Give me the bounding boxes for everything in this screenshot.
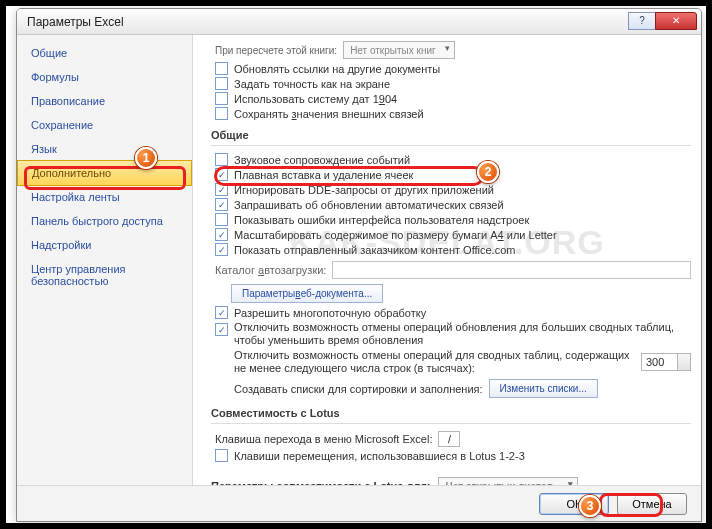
chk-addin-ui-errors[interactable]	[215, 213, 228, 226]
autoload-label: Каталог автозагрузки:	[215, 264, 326, 276]
titlebar: Параметры Excel ? ✕	[17, 9, 701, 35]
cancel-button[interactable]: Отмена	[617, 493, 687, 515]
window-buttons: ? ✕	[629, 12, 697, 32]
callout-1: 1	[135, 147, 157, 169]
lotus-sheet-dropdown[interactable]: Нет открытых листов	[438, 477, 578, 485]
options-content: KAK-SDELAT.ORG При пересчете этой книги:…	[193, 35, 701, 485]
sidebar-item-addins[interactable]: Надстройки	[17, 233, 192, 257]
recalc-book-dropdown[interactable]: Нет открытых книг	[343, 41, 455, 59]
section-lotus-compat: Параметры совместимости с Lotus для: Нет…	[211, 471, 691, 485]
chk-scale-a4[interactable]	[215, 228, 228, 241]
close-button[interactable]: ✕	[655, 12, 697, 30]
chk-1904-date[interactable]	[215, 92, 228, 105]
lotus-menu-key-label: Клавиша перехода в меню Microsoft Excel:	[215, 433, 432, 445]
chk-save-external[interactable]	[215, 107, 228, 120]
excel-options-dialog: Параметры Excel ? ✕ Общие Формулы Правоп…	[16, 8, 702, 522]
chk-sound[interactable]	[215, 153, 228, 166]
callout-3: 3	[579, 495, 601, 517]
sidebar-item-proofing[interactable]: Правописание	[17, 89, 192, 113]
web-doc-params-button[interactable]: Параметры веб-документа...	[231, 284, 383, 303]
window-title: Параметры Excel	[27, 15, 124, 29]
chk-ask-update-links[interactable]	[215, 198, 228, 211]
sidebar-item-formulas[interactable]: Формулы	[17, 65, 192, 89]
autoload-path-input[interactable]	[332, 261, 691, 279]
chk-ignore-dde[interactable]	[215, 183, 228, 196]
recalc-book-strip: При пересчете этой книги: Нет открытых к…	[211, 41, 691, 61]
chk-update-links[interactable]	[215, 62, 228, 75]
callout-2: 2	[477, 161, 499, 183]
sidebar-item-language[interactable]: Язык	[17, 137, 192, 161]
sidebar-item-trust-center[interactable]: Центр управления безопасностью	[17, 257, 192, 293]
chk-lotus-transition-nav[interactable]	[215, 449, 228, 462]
sidebar-item-advanced[interactable]: Дополнительно	[17, 160, 192, 186]
chk-disable-undo-large-pivot[interactable]	[215, 323, 228, 336]
edit-lists-button[interactable]: Изменить списки...	[489, 379, 598, 398]
sidebar-item-general[interactable]: Общие	[17, 41, 192, 65]
chk-office-content[interactable]	[215, 243, 228, 256]
custom-lists-label: Создавать списки для сортировки и заполн…	[234, 383, 483, 395]
chk-precision-displayed[interactable]	[215, 77, 228, 90]
sidebar-item-qat[interactable]: Панель быстрого доступа	[17, 209, 192, 233]
help-button[interactable]: ?	[628, 12, 656, 30]
section-lotus: Совместимость с Lotus	[211, 399, 691, 424]
sidebar-item-save[interactable]: Сохранение	[17, 113, 192, 137]
pivot-rows-spin[interactable]: 300	[641, 353, 691, 371]
sidebar-item-ribbon[interactable]: Настройка ленты	[17, 185, 192, 209]
chk-multithread[interactable]	[215, 306, 228, 319]
section-general: Общие	[211, 121, 691, 146]
chk-smooth-insert[interactable]	[215, 168, 228, 181]
lotus-menu-key-input[interactable]: /	[438, 431, 460, 447]
category-sidebar: Общие Формулы Правописание Сохранение Яз…	[17, 35, 193, 485]
